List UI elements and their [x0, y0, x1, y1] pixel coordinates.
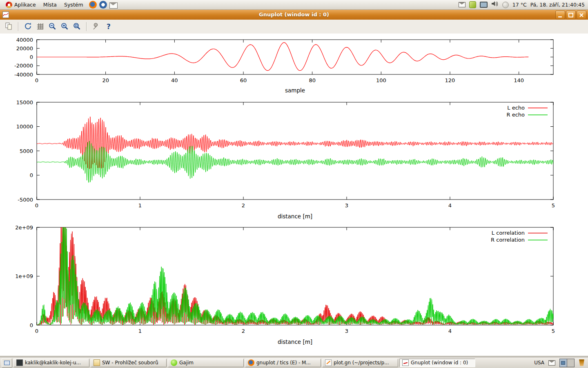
x-axis-title: distance [m]: [278, 339, 312, 345]
zoom-next-button[interactable]: [59, 21, 70, 32]
x-tick-label: 5: [552, 202, 555, 209]
menu-applications[interactable]: Aplikace: [2, 1, 39, 9]
taskbar-window-button-4[interactable]: plot.gn (~/projects/p...: [322, 359, 398, 367]
panel-tray: 17 °C Pá, 18. září, 21:40:45: [459, 1, 586, 9]
help-button[interactable]: ?: [103, 21, 114, 32]
series-l-correlation: [37, 227, 553, 325]
taskbar-window-button-label: gnuplot / tics (E) - M...: [256, 360, 311, 366]
x-axis-title: sample: [285, 87, 305, 94]
menu-applications-label: Aplikace: [14, 2, 36, 8]
copy-button[interactable]: [3, 21, 14, 32]
terminal-icon: [16, 359, 23, 366]
y-tick-label: 40000: [16, 37, 33, 43]
help-icon: ?: [104, 22, 114, 31]
show-desktop-icon: [4, 361, 10, 365]
toolbar-separator: [86, 22, 87, 31]
keyboard-layout-indicator[interactable]: USA: [534, 360, 544, 366]
taskbar-window-button-label: SW - Prohlížeč souborů: [102, 360, 158, 366]
autoscale-button[interactable]: [71, 21, 82, 32]
tray-mail-icon[interactable]: [548, 360, 555, 366]
taskbar-window-button-0[interactable]: kaklik@kaklik-kolej-u...: [13, 359, 89, 367]
x-tick-label: 20: [102, 77, 109, 83]
x-tick-label: 3: [345, 328, 348, 334]
y-tick-label: -20000: [14, 63, 33, 69]
zoom-next-icon: [60, 22, 70, 31]
x-tick-label: 80: [309, 77, 316, 83]
workspace-switcher: [559, 359, 575, 367]
grid-button[interactable]: [35, 21, 46, 32]
taskbar-window-button-2[interactable]: Gajim: [168, 359, 244, 367]
plot-border: [37, 227, 553, 325]
y-tick-label: 20000: [16, 45, 33, 52]
x-tick-label: 0: [35, 328, 38, 334]
plot-border: [37, 102, 553, 200]
x-tick-label: 5: [552, 328, 555, 334]
chart-1: 012345150001000050000-5000distance [m]L …: [16, 99, 555, 220]
toolbar-separator: [18, 22, 19, 31]
file-manager-icon: [94, 359, 100, 366]
configure-icon: [91, 22, 101, 31]
configure-button[interactable]: [91, 21, 102, 32]
taskbar-window-button-1[interactable]: SW - Prohlížeč souborů: [91, 359, 167, 367]
grid-icon: [36, 22, 45, 31]
display-icon[interactable]: [480, 2, 488, 8]
minimize-icon: [557, 12, 564, 18]
close-icon: [578, 12, 585, 18]
plot-canvas[interactable]: 02040608010012014040000200000-20000-4000…: [0, 34, 588, 356]
taskbar-tray: USA: [534, 359, 586, 367]
x-tick-label: 2: [242, 328, 245, 334]
distro-logo-icon: [6, 2, 12, 8]
temperature-label[interactable]: 17 °C: [512, 2, 527, 8]
taskbar-window-button-label: kaklik@kaklik-kolej-u...: [25, 360, 81, 366]
x-tick-label: 0: [35, 77, 38, 83]
x-axis-title: distance [m]: [278, 213, 312, 220]
volume-icon[interactable]: [491, 1, 499, 9]
weather-icon[interactable]: [502, 2, 509, 8]
taskbar-window-button-label: Gnuplot (window id : 0): [411, 360, 468, 366]
zoom-previous-button[interactable]: [47, 21, 58, 32]
workspace-2[interactable]: [567, 359, 574, 367]
series-r-correlation: [37, 227, 553, 325]
gnome-taskbar: kaklik@kaklik-kolej-u...SW - Prohlížeč s…: [0, 357, 588, 368]
firefox-launcher-icon[interactable]: [89, 1, 97, 9]
workspace-1[interactable]: [560, 359, 567, 367]
legend-label: L echo: [507, 105, 525, 111]
y-tick-label: 15000: [16, 99, 33, 105]
updates-icon[interactable]: [469, 1, 476, 8]
firefox-icon: [248, 359, 254, 366]
copy-icon: [4, 22, 14, 31]
legend-label: R echo: [506, 112, 525, 118]
menu-system[interactable]: Systém: [61, 1, 87, 9]
minimize-button[interactable]: [555, 11, 565, 19]
close-button[interactable]: [577, 11, 586, 19]
y-tick-label: 1e+09: [15, 273, 33, 279]
x-tick-label: 0: [35, 202, 38, 209]
maximize-icon: [567, 12, 575, 18]
window-controls: [555, 11, 586, 19]
mail-notification-icon[interactable]: [459, 2, 466, 7]
trash-icon[interactable]: [579, 359, 585, 366]
window-titlebar[interactable]: Gnuplot (window id : 0): [0, 10, 588, 20]
show-desktop-button[interactable]: [2, 358, 12, 368]
y-tick-label: 0: [30, 172, 33, 178]
y-tick-label: 10000: [16, 123, 33, 130]
maximize-button[interactable]: [566, 11, 576, 19]
chart-2: 0123452e+091e+090distance [m]L correlati…: [15, 224, 555, 346]
y-tick-label: -40000: [14, 72, 33, 78]
series-chirp-signal: [37, 43, 528, 71]
taskbar-window-button-5[interactable]: Gnuplot (window id : 0): [399, 359, 475, 367]
y-tick-label: 0: [30, 322, 33, 328]
mail-launcher-icon[interactable]: [109, 2, 118, 9]
taskbar-window-button-label: Gajim: [179, 360, 194, 366]
clock-label[interactable]: Pá, 18. září, 21:40:45: [530, 2, 585, 8]
help-launcher-icon[interactable]: [99, 1, 107, 9]
x-tick-label: 3: [345, 202, 348, 209]
menu-system-label: Systém: [64, 2, 83, 8]
taskbar-window-button-3[interactable]: gnuplot / tics (E) - M...: [245, 359, 321, 367]
menu-places[interactable]: Místa: [40, 1, 60, 9]
gnuplot-icon: [402, 359, 409, 366]
replot-button[interactable]: [22, 21, 33, 32]
gajim-icon: [171, 359, 177, 366]
chart-0: 02040608010012014040000200000-20000-4000…: [14, 37, 553, 94]
window-title: Gnuplot (window id : 0): [0, 11, 588, 18]
